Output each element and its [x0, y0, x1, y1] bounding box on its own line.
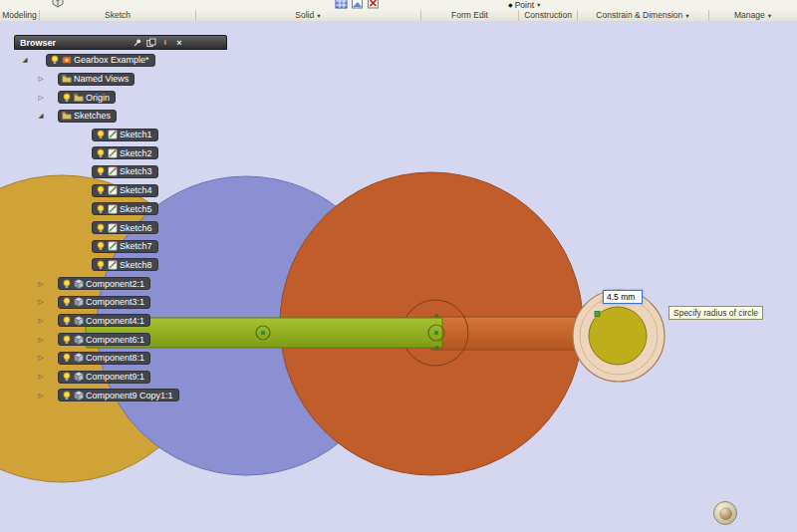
tree-pill[interactable]: Sketch2: [92, 146, 158, 159]
sketch-icon: [108, 204, 118, 214]
expand-arrow-icon[interactable]: ▷: [36, 355, 46, 362]
grid-tool-icon[interactable]: [335, 0, 348, 9]
joint-point-end[interactable]: [434, 331, 438, 335]
tree-pill[interactable]: Named Views: [58, 73, 134, 86]
stop-sketch-icon[interactable]: [367, 0, 380, 9]
tree-pill[interactable]: Sketch8: [92, 258, 158, 271]
sketch-point-top[interactable]: [435, 314, 439, 318]
expand-arrow-icon[interactable]: ▷: [36, 94, 46, 101]
panel-label-solid[interactable]: Solid▼: [196, 10, 421, 21]
dropdown-caret-icon: ▼: [536, 2, 541, 8]
tree-item-component8-1[interactable]: ▷ Component8:1: [14, 349, 227, 368]
tree-pill[interactable]: Component8:1: [58, 352, 150, 365]
panels-icon[interactable]: [145, 37, 157, 48]
tree-item-sketch2[interactable]: Sketch2: [14, 143, 227, 162]
panel-label-form-edit[interactable]: Form Edit: [421, 10, 519, 21]
orbit-icon[interactable]: [713, 501, 737, 525]
lightbulb-icon: [96, 241, 106, 251]
point-tool-label: Point: [515, 0, 534, 10]
expand-arrow-icon[interactable]: ▷: [36, 76, 46, 83]
info-icon[interactable]: i: [159, 37, 171, 48]
expand-arrow-icon[interactable]: ▷: [36, 299, 46, 306]
lightbulb-icon: [96, 204, 106, 214]
sketch-point-bottom[interactable]: [435, 347, 439, 351]
tree-item-label: Sketches: [74, 111, 111, 121]
sketch-icon: [108, 166, 118, 176]
panel-label-manage[interactable]: Manage▼: [709, 10, 797, 21]
box-tool-icon[interactable]: [50, 0, 66, 9]
point-tool-dropdown[interactable]: ◆ Point ▼: [508, 0, 541, 10]
tree-pill[interactable]: Sketches: [58, 110, 117, 123]
tree-pill[interactable]: Gearbox Example*: [46, 54, 155, 67]
expand-arrow-icon[interactable]: ◢: [36, 113, 46, 120]
sketch-icon: [108, 148, 118, 158]
expand-arrow-icon[interactable]: ▷: [36, 318, 46, 325]
component-icon: [74, 353, 84, 363]
lightbulb-icon: [62, 391, 72, 400]
ribbon-toolbar-strip: ◆ Point ▼: [0, 0, 797, 10]
radius-input[interactable]: 4.5 mm: [603, 290, 643, 304]
tree-pill[interactable]: Component2:1: [58, 277, 150, 290]
tree-item-gearbox-root[interactable]: ◢ Gearbox Example*: [14, 51, 227, 70]
tree-item-component4-1[interactable]: ▷ Component4:1: [14, 312, 227, 331]
tree-pill[interactable]: Sketch3: [92, 165, 158, 178]
tree-pill[interactable]: Component9:1: [58, 371, 150, 384]
tree-item-component6-1[interactable]: ▷ Component6:1: [14, 330, 227, 349]
tree-pill[interactable]: Component3:1: [58, 296, 150, 309]
lightbulb-icon: [96, 130, 106, 139]
tree-pill[interactable]: Sketch7: [92, 240, 158, 253]
joint-point-mid[interactable]: [261, 331, 265, 335]
tree-item-origin[interactable]: ▷ Origin: [14, 88, 227, 107]
tree-item-label: Sketch5: [120, 204, 152, 214]
browser-tree: ◢ Gearbox Example* ▷ Named Views ▷ Origi…: [14, 51, 227, 404]
tree-pill[interactable]: Component6:1: [58, 333, 150, 346]
tree-item-sketch1[interactable]: Sketch1: [14, 126, 227, 144]
expand-arrow-icon[interactable]: ▷: [36, 336, 46, 343]
tree-item-component3-1[interactable]: ▷ Component3:1: [14, 293, 227, 312]
tree-item-sketch8[interactable]: Sketch8: [14, 256, 227, 275]
tree-pill[interactable]: Sketch1: [92, 129, 158, 141]
expand-arrow-icon[interactable]: ◢: [20, 57, 30, 64]
lightbulb-icon: [96, 260, 106, 270]
tree-item-sketches[interactable]: ◢ Sketches: [14, 107, 227, 126]
tree-pill[interactable]: Sketch5: [92, 202, 158, 215]
tree-pill[interactable]: Component9 Copy1:1: [58, 389, 179, 401]
close-icon[interactable]: ×: [173, 37, 185, 48]
panel-label-modeling[interactable]: Modeling: [0, 10, 40, 21]
tree-item-sketch5[interactable]: Sketch5: [14, 200, 227, 219]
tree-item-label: Origin: [86, 93, 110, 103]
panel-label-constrain-dimension[interactable]: Constrain & Dimension▼: [578, 10, 709, 21]
tree-item-sketch7[interactable]: Sketch7: [14, 237, 227, 256]
folder-icon: [62, 74, 72, 84]
tree-item-sketch3[interactable]: Sketch3: [14, 162, 227, 181]
tree-pill[interactable]: Sketch4: [92, 184, 158, 197]
tree-item-label: Sketch2: [120, 148, 152, 158]
tree-item-label: Sketch7: [120, 241, 152, 251]
panel-label-sketch[interactable]: Sketch: [40, 10, 196, 21]
assembly-icon: [62, 55, 72, 65]
tree-pill[interactable]: Origin: [58, 91, 116, 104]
panel-label-text: Solid: [295, 10, 314, 20]
lightbulb-icon: [62, 93, 72, 103]
tree-item-sketch6[interactable]: Sketch6: [14, 218, 227, 237]
expand-arrow-icon[interactable]: ▷: [36, 374, 46, 381]
sheet-tool-icon[interactable]: [351, 0, 364, 9]
point-icon: ◆: [508, 1, 513, 8]
component-icon: [74, 335, 84, 345]
sketch-icon: [108, 223, 118, 233]
browser-titlebar[interactable]: Browser i ×: [14, 35, 227, 50]
tree-item-component9-1[interactable]: ▷ Component9:1: [14, 368, 227, 387]
expand-arrow-icon[interactable]: ▷: [36, 392, 46, 399]
tree-item-component2-1[interactable]: ▷ Component2:1: [14, 274, 227, 293]
radius-drag-point[interactable]: [595, 312, 600, 317]
expand-arrow-icon[interactable]: ▷: [36, 280, 46, 287]
panel-label-construction[interactable]: Construction: [519, 10, 578, 21]
browser-title: Browser: [20, 38, 56, 48]
tree-item-sketch4[interactable]: Sketch4: [14, 181, 227, 200]
tree-item-named-views[interactable]: ▷ Named Views: [14, 70, 227, 89]
tree-pill[interactable]: Sketch6: [92, 221, 158, 234]
tree-item-component9-copy1-1[interactable]: ▷ Component9 Copy1:1: [14, 386, 227, 404]
tree-pill[interactable]: Component4:1: [58, 314, 150, 327]
tree-item-label: Component8:1: [86, 353, 144, 363]
pin-icon[interactable]: [132, 37, 143, 48]
